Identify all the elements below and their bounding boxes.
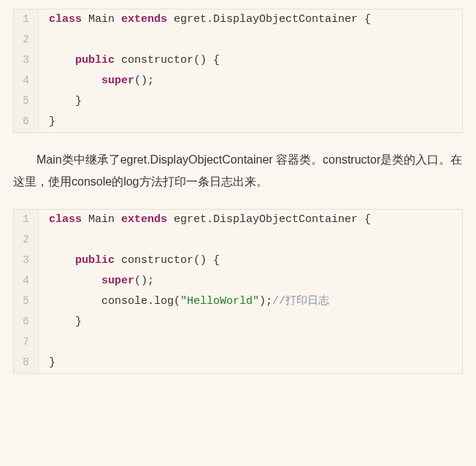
line-number: 1 — [14, 210, 39, 230]
code-content: } — [39, 353, 55, 373]
code-content: class Main extends egret.DisplayObjectCo… — [39, 9, 371, 30]
code-line: 6 } — [14, 312, 462, 332]
code-content — [39, 332, 55, 353]
code-block-2: 1class Main extends egret.DisplayObjectC… — [13, 209, 463, 374]
code-content: } — [39, 112, 55, 132]
code-content: } — [39, 312, 82, 332]
code-content: super(); — [39, 271, 154, 291]
line-number: 2 — [14, 30, 39, 50]
line-number: 6 — [14, 112, 39, 132]
code-line: 3 public constructor() { — [14, 50, 462, 71]
line-number: 3 — [14, 251, 39, 271]
code-content — [39, 230, 55, 251]
explanation-text: Main类中继承了egret.DisplayObjectContainer 容器… — [13, 149, 463, 193]
code-line: 5 console.log("HelloWorld");//打印日志 — [14, 291, 462, 312]
line-number: 6 — [14, 312, 39, 332]
code-content: class Main extends egret.DisplayObjectCo… — [39, 210, 371, 230]
code-line: 5 } — [14, 91, 462, 112]
code-line: 8} — [14, 353, 462, 373]
code-line: 4 super(); — [14, 71, 462, 91]
line-number: 1 — [14, 9, 39, 30]
code-line: 2 — [14, 30, 462, 50]
line-number: 7 — [14, 332, 39, 353]
code-content: } — [39, 91, 82, 112]
code-line: 1class Main extends egret.DisplayObjectC… — [14, 210, 462, 230]
code-content: super(); — [39, 71, 154, 91]
code-block-1: 1class Main extends egret.DisplayObjectC… — [13, 9, 463, 133]
code-line: 1class Main extends egret.DisplayObjectC… — [14, 9, 462, 30]
code-line: 4 super(); — [14, 271, 462, 291]
line-number: 4 — [14, 71, 39, 91]
line-number: 5 — [14, 91, 39, 112]
line-number: 8 — [14, 353, 39, 373]
code-line: 2 — [14, 230, 462, 251]
code-content: public constructor() { — [39, 251, 220, 271]
page: 1class Main extends egret.DisplayObjectC… — [0, 9, 476, 397]
code-line: 6} — [14, 112, 462, 132]
line-number: 5 — [14, 291, 39, 312]
line-number: 3 — [14, 50, 39, 71]
line-number: 2 — [14, 230, 39, 251]
code-line: 7 — [14, 332, 462, 353]
code-line: 3 public constructor() { — [14, 251, 462, 271]
line-number: 4 — [14, 271, 39, 291]
code-content: public constructor() { — [39, 50, 220, 71]
code-content: console.log("HelloWorld");//打印日志 — [39, 291, 329, 312]
code-content — [39, 30, 55, 50]
